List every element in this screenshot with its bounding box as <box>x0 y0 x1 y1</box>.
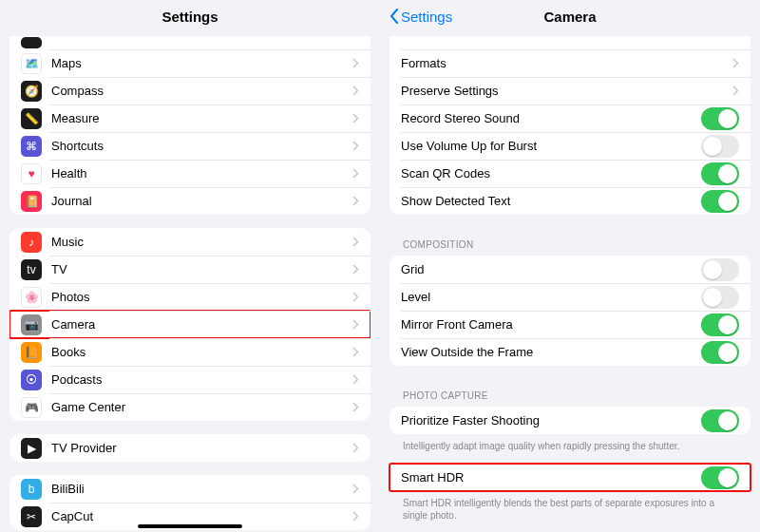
list-item-photos[interactable]: 🌸 Photos <box>10 283 370 311</box>
toggle-volume-burst[interactable] <box>701 135 739 158</box>
row-label: Record Stereo Sound <box>401 111 701 125</box>
list-item-tvprovider[interactable]: ▶ TV Provider <box>10 434 370 462</box>
list-item-label: Compass <box>51 84 352 98</box>
chevron-right-icon <box>352 443 359 453</box>
list-item-compass[interactable]: 🧭 Compass <box>10 77 370 104</box>
row-detected-text: Show Detected Text <box>390 187 750 215</box>
list-item-label: Maps <box>51 56 352 70</box>
row-label: Mirror Front Camera <box>401 317 701 332</box>
group-tvprovider: ▶ TV Provider <box>10 434 370 462</box>
row-formats[interactable]: Formats <box>390 49 750 77</box>
chevron-right-icon <box>352 402 359 412</box>
row-cut-top[interactable] <box>10 36 370 49</box>
list-item-shortcuts[interactable]: ⌘ Shortcuts <box>10 132 370 160</box>
list-item-journal[interactable]: 📔 Journal <box>10 187 370 215</box>
list-item-health[interactable]: ♥ Health <box>10 160 370 187</box>
toggle-record-stereo[interactable] <box>701 107 739 130</box>
row-record-slomo[interactable]: Record Slo-mo <box>390 36 750 49</box>
list-item-label: BiliBili <box>51 482 352 496</box>
chevron-right-icon <box>352 292 359 302</box>
row-prioritize-faster: Prioritize Faster Shooting <box>390 407 750 434</box>
group-apps-1: 🗺️ Maps 🧭 Compass 📏 Measure ⌘ Shortcuts <box>10 36 370 215</box>
list-item-bilibili[interactable]: b BiliBili <box>10 475 370 503</box>
group-media: ♪ Music tv TV 🌸 Photos 📷 Camera <box>10 228 370 421</box>
navbar-right: Settings Camera <box>380 0 760 32</box>
row-label: Grid <box>401 262 701 276</box>
back-label: Settings <box>401 9 452 25</box>
toggle-view-outside[interactable] <box>701 341 739 364</box>
group-thirdparty: b BiliBili ✂ CapCut <box>10 475 370 530</box>
row-scan-qr: Scan QR Codes <box>390 160 750 187</box>
camera-settings-pane: Settings Camera Record Slo-mo Formats Pr… <box>380 0 760 532</box>
toggle-smart-hdr[interactable] <box>701 466 739 489</box>
toggle-detected-text[interactable] <box>701 190 739 213</box>
row-volume-burst: Use Volume Up for Burst <box>390 132 750 160</box>
chevron-right-icon <box>352 141 359 151</box>
tvprovider-icon: ▶ <box>21 438 42 459</box>
row-label: Smart HDR <box>401 470 701 484</box>
list-item-gamecenter[interactable]: 🎮 Game Center <box>10 393 370 421</box>
chevron-right-icon <box>352 264 359 275</box>
toggle-scan-qr[interactable] <box>701 162 739 185</box>
shortcuts-icon: ⌘ <box>21 136 42 157</box>
chevron-right-icon <box>352 113 359 124</box>
list-item-tv[interactable]: tv TV <box>10 256 370 283</box>
list-item-books[interactable]: 📙 Books <box>10 338 370 366</box>
list-item-measure[interactable]: 📏 Measure <box>10 104 370 132</box>
group-composition: Grid Level Mirror Front Camera View Outs… <box>390 256 750 366</box>
left-scroll[interactable]: 🗺️ Maps 🧭 Compass 📏 Measure ⌘ Shortcuts <box>0 32 380 532</box>
list-item-label: Books <box>51 345 352 359</box>
group-smart-hdr: Smart HDR <box>390 464 750 491</box>
maps-icon: 🗺️ <box>21 53 42 74</box>
chevron-left-icon <box>390 9 399 24</box>
toggle-grid[interactable] <box>701 258 739 281</box>
navbar-left: Settings <box>0 0 380 32</box>
toggle-level[interactable] <box>701 286 739 309</box>
tv-icon: tv <box>21 259 42 280</box>
list-item-maps[interactable]: 🗺️ Maps <box>10 49 370 77</box>
camera-icon: 📷 <box>21 314 42 335</box>
photos-icon: 🌸 <box>21 287 42 308</box>
journal-icon: 📔 <box>21 191 42 212</box>
compass-icon: 🧭 <box>21 81 42 102</box>
row-view-outside: View Outside the Frame <box>390 338 750 366</box>
row-label: Level <box>401 290 701 304</box>
back-button[interactable]: Settings <box>390 9 452 25</box>
home-indicator[interactable] <box>138 524 242 528</box>
bilibili-icon: b <box>21 479 42 500</box>
list-item-label: TV Provider <box>51 441 352 455</box>
list-item-podcasts[interactable]: ⦿ Podcasts <box>10 366 370 393</box>
list-item-label: Game Center <box>51 400 352 414</box>
row-preserve-settings[interactable]: Preserve Settings <box>390 77 750 104</box>
right-scroll[interactable]: Record Slo-mo Formats Preserve Settings … <box>380 32 760 532</box>
toggle-prioritize-faster[interactable] <box>701 409 739 432</box>
row-label: Use Volume Up for Burst <box>401 139 701 153</box>
list-item-label: Music <box>51 235 352 249</box>
row-label: Scan QR Codes <box>401 166 701 180</box>
chevron-right-icon <box>352 484 359 494</box>
chevron-right-icon <box>352 237 359 247</box>
chevron-right-icon <box>352 168 359 179</box>
list-item-label: Measure <box>51 111 352 125</box>
gamecenter-icon: 🎮 <box>21 397 42 418</box>
list-item-camera[interactable]: 📷 Camera <box>10 311 370 338</box>
group-photo-capture: Prioritize Faster Shooting <box>390 407 750 434</box>
music-icon: ♪ <box>21 232 42 253</box>
section-header-photo-capture: PHOTO CAPTURE <box>390 379 750 405</box>
chevron-right-icon <box>352 319 359 330</box>
row-label: Show Detected Text <box>401 194 701 208</box>
section-footer-faster: Intelligently adapt image quality when r… <box>390 436 750 454</box>
podcasts-icon: ⦿ <box>21 370 42 390</box>
chevron-right-icon <box>352 58 359 68</box>
list-item-label: Journal <box>51 194 352 208</box>
page-title: Camera <box>543 9 596 25</box>
row-smart-hdr: Smart HDR <box>390 464 750 491</box>
row-label: View Outside the Frame <box>401 345 701 359</box>
settings-two-pane: Settings 🗺️ Maps 🧭 Compass 📏 <box>0 0 760 532</box>
list-item-music[interactable]: ♪ Music <box>10 228 370 256</box>
toggle-mirror-front[interactable] <box>701 314 739 336</box>
row-label: Prioritize Faster Shooting <box>401 413 701 428</box>
list-item-label: Shortcuts <box>51 139 352 153</box>
capcut-icon: ✂ <box>21 506 42 527</box>
settings-root-pane: Settings 🗺️ Maps 🧭 Compass 📏 <box>0 0 380 532</box>
